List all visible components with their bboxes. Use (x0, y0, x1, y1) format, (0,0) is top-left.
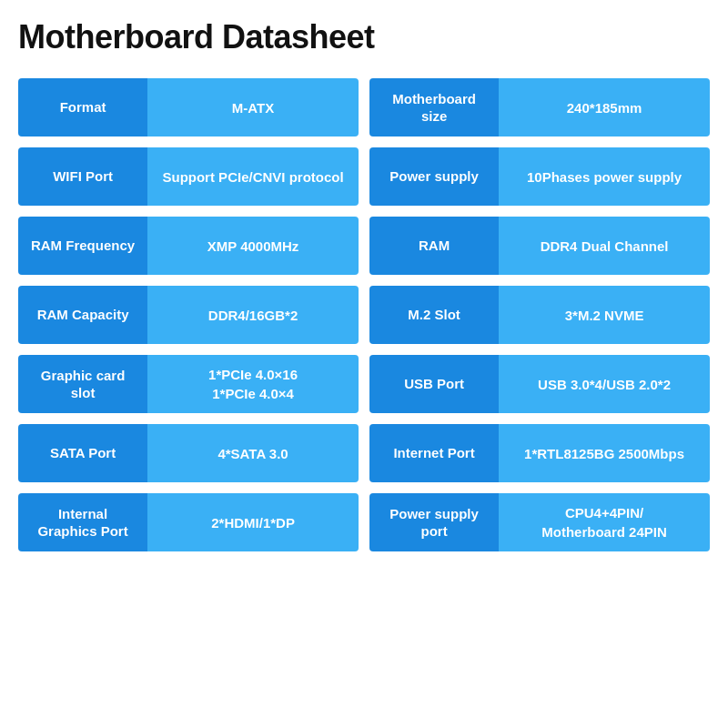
datasheet-card: Internal Graphics Port2*HDMI/1*DP (18, 493, 359, 551)
datasheet-card: RAM CapacityDDR4/16GB*2 (18, 286, 359, 344)
card-label: RAM Capacity (18, 286, 147, 344)
card-value: 2*HDMI/1*DP (147, 493, 359, 551)
card-value: DDR4 Dual Channel (499, 217, 710, 275)
datasheet-card: M.2 Slot3*M.2 NVME (369, 286, 710, 344)
card-value: 1*RTL8125BG 2500Mbps (499, 424, 710, 482)
card-label: M.2 Slot (369, 286, 499, 344)
card-label: Power supply (369, 147, 499, 206)
card-label: USB Port (369, 355, 499, 413)
card-value: 4*SATA 3.0 (147, 424, 359, 482)
card-value: 10Phases power supply (499, 147, 710, 206)
card-value: 240*185mm (499, 78, 710, 136)
card-value: Support PCIe/CNVI protocol (147, 147, 359, 206)
card-value: 3*M.2 NVME (499, 286, 710, 344)
card-value: M-ATX (147, 78, 359, 136)
card-label: Graphic card slot (18, 355, 147, 413)
datasheet-card: WIFI PortSupport PCIe/CNVI protocol (18, 147, 359, 206)
datasheet-card: Power supply portCPU4+4PIN/ Motherboard … (369, 493, 710, 551)
datasheet-grid: FormatM-ATXMotherboard size240*185mmWIFI… (18, 78, 710, 551)
card-label: RAM (369, 217, 499, 275)
card-label: WIFI Port (18, 147, 147, 206)
card-label: Format (18, 78, 147, 136)
card-value: 1*PCIe 4.0×16 1*PCIe 4.0×4 (147, 355, 359, 413)
card-label: SATA Port (18, 424, 147, 482)
datasheet-card: Motherboard size240*185mm (369, 78, 710, 136)
card-value: CPU4+4PIN/ Motherboard 24PIN (499, 493, 710, 551)
card-value: DDR4/16GB*2 (147, 286, 359, 344)
card-label: Internal Graphics Port (18, 493, 147, 551)
datasheet-card: USB PortUSB 3.0*4/USB 2.0*2 (369, 355, 710, 413)
datasheet-card: Internet Port1*RTL8125BG 2500Mbps (369, 424, 710, 482)
card-label: Motherboard size (369, 78, 499, 136)
datasheet-card: Power supply10Phases power supply (369, 147, 710, 206)
card-label: RAM Frequency (18, 217, 147, 275)
datasheet-card: Graphic card slot1*PCIe 4.0×16 1*PCIe 4.… (18, 355, 359, 413)
card-label: Internet Port (369, 424, 499, 482)
datasheet-card: RAM FrequencyXMP 4000MHz (18, 217, 359, 275)
datasheet-card: RAMDDR4 Dual Channel (369, 217, 710, 275)
page-title: Motherboard Datasheet (18, 18, 710, 56)
datasheet-card: FormatM-ATX (18, 78, 359, 136)
card-value: USB 3.0*4/USB 2.0*2 (499, 355, 710, 413)
datasheet-card: SATA Port4*SATA 3.0 (18, 424, 359, 482)
card-label: Power supply port (369, 493, 499, 551)
card-value: XMP 4000MHz (147, 217, 359, 275)
